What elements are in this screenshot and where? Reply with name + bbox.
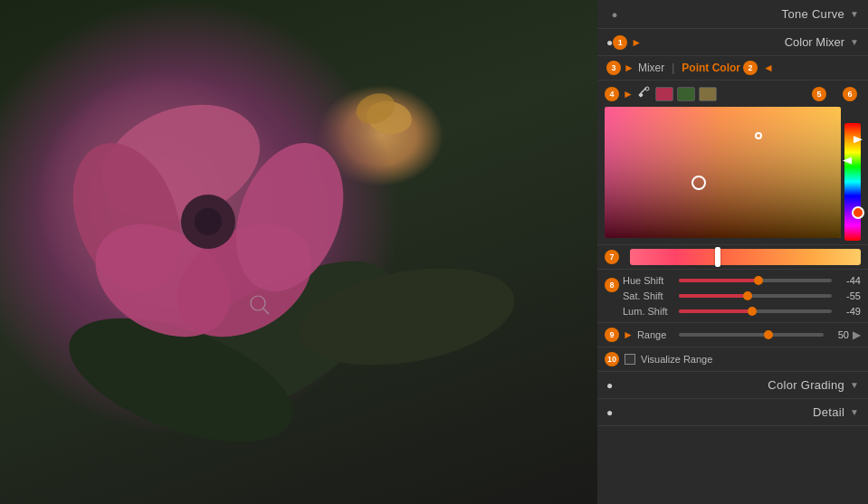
hue-shift-fill xyxy=(679,279,758,282)
color-grading-collapse-icon[interactable]: ▼ xyxy=(850,380,859,390)
eyedropper-icon[interactable] xyxy=(637,86,650,101)
mixer-tab-badge: 3 xyxy=(606,61,621,75)
color-mixer-badge: 1 xyxy=(613,35,627,50)
color-grading-eye-icon[interactable]: ● xyxy=(606,379,613,392)
tab-divider: | xyxy=(672,62,674,74)
range-reset-icon[interactable]: ▶ xyxy=(853,328,861,341)
badge-10: 10 xyxy=(605,352,619,366)
picker-dot-large xyxy=(692,176,706,190)
detail-eye-icon[interactable]: ● xyxy=(606,406,613,419)
hue-strip-wrapper: 6 xyxy=(844,107,861,241)
hue-dot xyxy=(852,206,864,219)
color-swatches xyxy=(655,87,717,101)
range-thumb[interactable] xyxy=(764,330,773,339)
badge-5: 5 xyxy=(812,87,826,101)
color-grading-title: Color Grading xyxy=(613,378,844,392)
hue-shift-track[interactable] xyxy=(679,279,832,282)
range-track[interactable] xyxy=(679,333,824,337)
range-row: 9 ► Range 50 ▶ xyxy=(605,328,861,342)
color-mixer-title: Color Mixer xyxy=(645,35,844,49)
point-color-back-arrow: ◄ xyxy=(763,62,774,74)
sat-shift-track[interactable] xyxy=(679,294,832,298)
tone-curve-collapse-icon[interactable]: ▼ xyxy=(850,9,859,19)
lum-shift-label: Lum. Shift xyxy=(623,306,675,317)
color-mixer-section: ● 1 ► Color Mixer ▼ xyxy=(597,29,868,56)
svg-rect-15 xyxy=(638,92,644,98)
tone-curve-title: Tone Curve xyxy=(630,7,844,21)
swatch-green[interactable] xyxy=(677,87,695,101)
swatch-olive[interactable] xyxy=(699,87,717,101)
swatch-red[interactable] xyxy=(655,87,673,101)
visualize-range-row: 10 Visualize Range xyxy=(597,347,868,372)
color-mixer-eye-icon[interactable]: ● xyxy=(606,36,613,49)
hue-shift-row: Hue Shift -44 xyxy=(623,275,861,286)
hue-bar-thumb[interactable] xyxy=(715,247,720,267)
gradient-picker-wrapper: 6 xyxy=(605,107,861,241)
hue-shift-value: -44 xyxy=(835,275,861,286)
color-picker-area: 4 ► 5 6 xyxy=(597,81,868,245)
range-badge-arrow: ► xyxy=(623,328,634,341)
svg-rect-18 xyxy=(605,107,841,238)
sat-shift-thumb[interactable] xyxy=(743,291,752,300)
range-label: Range xyxy=(637,329,675,340)
color-mixer-tabs: 3 ► Mixer | Point Color 2 ◄ xyxy=(597,56,868,81)
picker-badge-4: 4 xyxy=(605,87,619,101)
tone-curve-eye-icon[interactable]: ● xyxy=(606,8,623,21)
photo-background xyxy=(0,0,597,504)
photo-panel xyxy=(0,0,597,504)
lum-shift-fill xyxy=(679,309,752,313)
hue-top-indicator xyxy=(854,136,863,143)
right-panel: ● Tone Curve ▼ ● 1 ► Color Mixer ▼ 3 ► M… xyxy=(597,0,868,504)
color-mixer-badge-arrow: ► xyxy=(631,36,642,49)
sat-shift-label: Sat. Shift xyxy=(623,290,675,301)
point-color-badge: 2 xyxy=(743,61,758,75)
range-value: 50 xyxy=(827,329,849,340)
visualize-range-label: Visualize Range xyxy=(641,354,712,365)
sat-shift-value: -55 xyxy=(835,290,861,301)
lum-shift-thumb[interactable] xyxy=(748,307,757,316)
hue-bar-row: 7 xyxy=(605,249,861,265)
detail-title: Detail xyxy=(613,405,844,419)
lum-shift-row: Lum. Shift -49 xyxy=(623,306,861,317)
hue-shift-thumb[interactable] xyxy=(754,276,763,285)
hue-bottom-indicator xyxy=(843,157,852,165)
point-color-tab[interactable]: Point Color xyxy=(682,62,740,74)
detail-collapse-icon[interactable]: ▼ xyxy=(850,407,859,417)
tone-curve-section: ● Tone Curve ▼ xyxy=(597,0,868,29)
gradient-picker[interactable] xyxy=(605,107,841,238)
mixer-tab-arrow: ► xyxy=(624,62,634,74)
sat-shift-fill xyxy=(679,294,748,298)
range-section: 9 ► Range 50 ▶ xyxy=(597,323,868,347)
picker-dot-small xyxy=(755,132,762,139)
hue-shift-label: Hue Shift xyxy=(623,275,675,286)
picker-arrow: ► xyxy=(623,88,634,100)
hue-strip[interactable] xyxy=(844,123,861,241)
badge-8: 8 xyxy=(605,278,619,292)
picker-top-row: 4 ► 5 6 xyxy=(605,86,861,101)
detail-section: ● Detail ▼ xyxy=(597,399,868,426)
sat-shift-row: Sat. Shift -55 xyxy=(623,290,861,301)
badge-9: 9 xyxy=(605,328,619,342)
sliders-section: 8 Hue Shift -44 Sat. Shift xyxy=(597,270,868,323)
badge-7: 7 xyxy=(605,250,619,264)
mixer-tab[interactable]: Mixer xyxy=(638,62,664,74)
color-grading-section: ● Color Grading ▼ xyxy=(597,372,868,399)
lum-shift-track[interactable] xyxy=(679,309,832,313)
color-mixer-collapse-icon[interactable]: ▼ xyxy=(850,37,859,47)
hue-bar-section: 7 xyxy=(597,245,868,270)
hue-bar[interactable] xyxy=(630,249,861,265)
badge-6: 6 xyxy=(843,87,857,101)
lum-shift-value: -49 xyxy=(835,306,861,317)
visualize-range-checkbox[interactable] xyxy=(625,354,635,365)
